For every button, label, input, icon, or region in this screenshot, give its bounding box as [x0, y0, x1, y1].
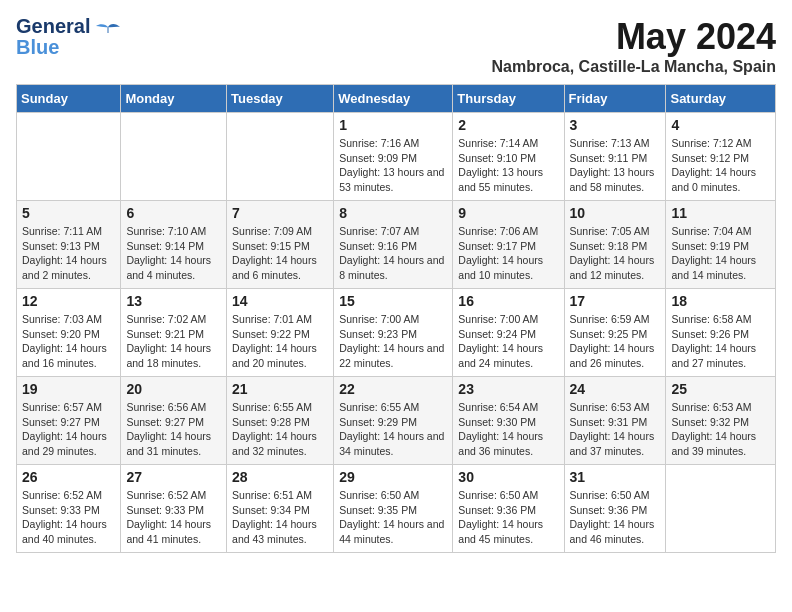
day-cell: [17, 113, 121, 201]
day-info: Sunrise: 7:05 AM Sunset: 9:18 PM Dayligh…: [570, 224, 661, 283]
main-title: May 2024: [491, 16, 776, 58]
day-info: Sunrise: 6:53 AM Sunset: 9:31 PM Dayligh…: [570, 400, 661, 459]
day-cell: 3Sunrise: 7:13 AM Sunset: 9:11 PM Daylig…: [564, 113, 666, 201]
day-cell: 10Sunrise: 7:05 AM Sunset: 9:18 PM Dayli…: [564, 201, 666, 289]
calendar-header-row: SundayMondayTuesdayWednesdayThursdayFrid…: [17, 85, 776, 113]
col-header-sunday: Sunday: [17, 85, 121, 113]
day-number: 20: [126, 381, 221, 397]
week-row-4: 19Sunrise: 6:57 AM Sunset: 9:27 PM Dayli…: [17, 377, 776, 465]
day-number: 5: [22, 205, 115, 221]
day-cell: 22Sunrise: 6:55 AM Sunset: 9:29 PM Dayli…: [334, 377, 453, 465]
day-cell: 27Sunrise: 6:52 AM Sunset: 9:33 PM Dayli…: [121, 465, 227, 553]
day-cell: 30Sunrise: 6:50 AM Sunset: 9:36 PM Dayli…: [453, 465, 564, 553]
day-info: Sunrise: 6:56 AM Sunset: 9:27 PM Dayligh…: [126, 400, 221, 459]
logo-bird-icon: [94, 23, 122, 45]
day-info: Sunrise: 6:50 AM Sunset: 9:36 PM Dayligh…: [570, 488, 661, 547]
day-cell: 21Sunrise: 6:55 AM Sunset: 9:28 PM Dayli…: [227, 377, 334, 465]
day-info: Sunrise: 6:54 AM Sunset: 9:30 PM Dayligh…: [458, 400, 558, 459]
day-cell: 26Sunrise: 6:52 AM Sunset: 9:33 PM Dayli…: [17, 465, 121, 553]
col-header-tuesday: Tuesday: [227, 85, 334, 113]
day-number: 13: [126, 293, 221, 309]
col-header-wednesday: Wednesday: [334, 85, 453, 113]
day-number: 27: [126, 469, 221, 485]
day-number: 1: [339, 117, 447, 133]
day-number: 16: [458, 293, 558, 309]
day-number: 7: [232, 205, 328, 221]
logo-general: General: [16, 16, 90, 37]
logo-blue: Blue: [16, 37, 90, 58]
day-info: Sunrise: 7:10 AM Sunset: 9:14 PM Dayligh…: [126, 224, 221, 283]
day-cell: 18Sunrise: 6:58 AM Sunset: 9:26 PM Dayli…: [666, 289, 776, 377]
day-number: 31: [570, 469, 661, 485]
day-cell: 1Sunrise: 7:16 AM Sunset: 9:09 PM Daylig…: [334, 113, 453, 201]
day-number: 11: [671, 205, 770, 221]
day-cell: 2Sunrise: 7:14 AM Sunset: 9:10 PM Daylig…: [453, 113, 564, 201]
page-header: General Blue May 2024 Nambroca, Castille…: [16, 16, 776, 76]
day-info: Sunrise: 7:14 AM Sunset: 9:10 PM Dayligh…: [458, 136, 558, 195]
day-cell: 5Sunrise: 7:11 AM Sunset: 9:13 PM Daylig…: [17, 201, 121, 289]
day-cell: 14Sunrise: 7:01 AM Sunset: 9:22 PM Dayli…: [227, 289, 334, 377]
day-number: 30: [458, 469, 558, 485]
day-cell: 28Sunrise: 6:51 AM Sunset: 9:34 PM Dayli…: [227, 465, 334, 553]
day-cell: 12Sunrise: 7:03 AM Sunset: 9:20 PM Dayli…: [17, 289, 121, 377]
day-cell: [227, 113, 334, 201]
day-info: Sunrise: 7:02 AM Sunset: 9:21 PM Dayligh…: [126, 312, 221, 371]
day-number: 15: [339, 293, 447, 309]
day-cell: 20Sunrise: 6:56 AM Sunset: 9:27 PM Dayli…: [121, 377, 227, 465]
day-number: 4: [671, 117, 770, 133]
day-info: Sunrise: 6:59 AM Sunset: 9:25 PM Dayligh…: [570, 312, 661, 371]
day-info: Sunrise: 6:58 AM Sunset: 9:26 PM Dayligh…: [671, 312, 770, 371]
day-info: Sunrise: 7:01 AM Sunset: 9:22 PM Dayligh…: [232, 312, 328, 371]
day-cell: 23Sunrise: 6:54 AM Sunset: 9:30 PM Dayli…: [453, 377, 564, 465]
day-number: 19: [22, 381, 115, 397]
day-info: Sunrise: 7:00 AM Sunset: 9:24 PM Dayligh…: [458, 312, 558, 371]
day-number: 10: [570, 205, 661, 221]
day-info: Sunrise: 7:12 AM Sunset: 9:12 PM Dayligh…: [671, 136, 770, 195]
day-info: Sunrise: 7:04 AM Sunset: 9:19 PM Dayligh…: [671, 224, 770, 283]
day-cell: 19Sunrise: 6:57 AM Sunset: 9:27 PM Dayli…: [17, 377, 121, 465]
day-cell: 6Sunrise: 7:10 AM Sunset: 9:14 PM Daylig…: [121, 201, 227, 289]
day-info: Sunrise: 6:53 AM Sunset: 9:32 PM Dayligh…: [671, 400, 770, 459]
col-header-monday: Monday: [121, 85, 227, 113]
day-info: Sunrise: 7:06 AM Sunset: 9:17 PM Dayligh…: [458, 224, 558, 283]
day-number: 26: [22, 469, 115, 485]
day-number: 6: [126, 205, 221, 221]
week-row-5: 26Sunrise: 6:52 AM Sunset: 9:33 PM Dayli…: [17, 465, 776, 553]
day-info: Sunrise: 7:16 AM Sunset: 9:09 PM Dayligh…: [339, 136, 447, 195]
day-number: 12: [22, 293, 115, 309]
day-info: Sunrise: 6:50 AM Sunset: 9:35 PM Dayligh…: [339, 488, 447, 547]
day-info: Sunrise: 7:00 AM Sunset: 9:23 PM Dayligh…: [339, 312, 447, 371]
logo: General Blue: [16, 16, 122, 58]
day-cell: 7Sunrise: 7:09 AM Sunset: 9:15 PM Daylig…: [227, 201, 334, 289]
day-number: 24: [570, 381, 661, 397]
day-info: Sunrise: 6:51 AM Sunset: 9:34 PM Dayligh…: [232, 488, 328, 547]
title-block: May 2024 Nambroca, Castille-La Mancha, S…: [491, 16, 776, 76]
day-cell: 8Sunrise: 7:07 AM Sunset: 9:16 PM Daylig…: [334, 201, 453, 289]
day-number: 3: [570, 117, 661, 133]
day-info: Sunrise: 7:09 AM Sunset: 9:15 PM Dayligh…: [232, 224, 328, 283]
day-info: Sunrise: 6:55 AM Sunset: 9:29 PM Dayligh…: [339, 400, 447, 459]
day-info: Sunrise: 6:52 AM Sunset: 9:33 PM Dayligh…: [22, 488, 115, 547]
week-row-3: 12Sunrise: 7:03 AM Sunset: 9:20 PM Dayli…: [17, 289, 776, 377]
day-info: Sunrise: 6:55 AM Sunset: 9:28 PM Dayligh…: [232, 400, 328, 459]
day-info: Sunrise: 7:07 AM Sunset: 9:16 PM Dayligh…: [339, 224, 447, 283]
day-number: 18: [671, 293, 770, 309]
day-number: 23: [458, 381, 558, 397]
day-number: 14: [232, 293, 328, 309]
day-number: 21: [232, 381, 328, 397]
day-info: Sunrise: 6:52 AM Sunset: 9:33 PM Dayligh…: [126, 488, 221, 547]
day-cell: 17Sunrise: 6:59 AM Sunset: 9:25 PM Dayli…: [564, 289, 666, 377]
day-number: 9: [458, 205, 558, 221]
day-cell: [121, 113, 227, 201]
col-header-thursday: Thursday: [453, 85, 564, 113]
day-info: Sunrise: 7:03 AM Sunset: 9:20 PM Dayligh…: [22, 312, 115, 371]
day-cell: 15Sunrise: 7:00 AM Sunset: 9:23 PM Dayli…: [334, 289, 453, 377]
day-cell: 4Sunrise: 7:12 AM Sunset: 9:12 PM Daylig…: [666, 113, 776, 201]
day-cell: 16Sunrise: 7:00 AM Sunset: 9:24 PM Dayli…: [453, 289, 564, 377]
col-header-friday: Friday: [564, 85, 666, 113]
day-info: Sunrise: 7:11 AM Sunset: 9:13 PM Dayligh…: [22, 224, 115, 283]
day-number: 8: [339, 205, 447, 221]
day-number: 29: [339, 469, 447, 485]
week-row-1: 1Sunrise: 7:16 AM Sunset: 9:09 PM Daylig…: [17, 113, 776, 201]
day-number: 22: [339, 381, 447, 397]
